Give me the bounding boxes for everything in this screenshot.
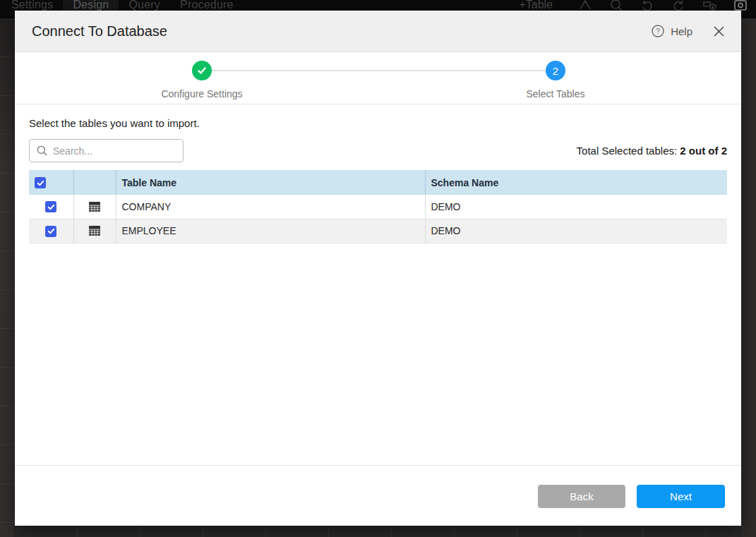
table-grid-icon (88, 224, 101, 237)
table-row: EMPLOYEE DEMO (29, 219, 727, 243)
schema-name-cell: DEMO (425, 195, 727, 219)
column-header-table-name: Table Name (116, 170, 425, 195)
dialog-title: Connect To Database (32, 23, 167, 40)
column-header-schema-name: Schema Name (425, 170, 727, 195)
select-all-checkbox[interactable] (35, 177, 46, 188)
row-checkbox[interactable] (45, 201, 56, 212)
app-backdrop-left (0, 18, 15, 537)
svg-text:?: ? (656, 28, 660, 35)
search-icon (37, 145, 47, 156)
step-complete-icon (192, 61, 212, 80)
step-label: Select Tables (478, 88, 633, 99)
dialog-header: Connect To Database ? Help (15, 11, 741, 52)
close-icon (714, 26, 724, 37)
next-button[interactable]: Next (637, 485, 725, 508)
schema-name-cell: DEMO (425, 219, 727, 243)
app-backdrop-right (741, 18, 756, 537)
help-icon: ? (652, 25, 664, 37)
step-configure-settings[interactable]: Configure Settings (124, 61, 280, 99)
table-grid-icon (88, 200, 101, 213)
close-button[interactable] (714, 26, 724, 37)
table-name-cell: EMPLOYEE (116, 219, 425, 243)
step-number-badge: 2 (546, 61, 565, 80)
help-label: Help (671, 25, 692, 37)
instruction-text: Select the tables you want to import. (29, 117, 727, 129)
add-table-button[interactable]: +Table (519, 0, 553, 11)
row-checkbox[interactable] (45, 226, 56, 237)
dialog-footer: Back Next (15, 465, 741, 526)
step-select-tables[interactable]: 2 Select Tables (478, 61, 633, 99)
selected-tables-summary: Total Selected tables: 2 out of 2 (577, 145, 727, 157)
search-input[interactable] (53, 145, 176, 157)
dialog-body: Select the tables you want to import. To… (15, 104, 741, 465)
table-name-cell: COMPANY (116, 195, 425, 219)
wizard-stepper: Configure Settings 2 Select Tables (15, 52, 741, 104)
help-button[interactable]: ? Help (652, 25, 692, 37)
connect-to-database-dialog: Connect To Database ? Help (15, 11, 741, 526)
summary-label: Total Selected tables: (577, 145, 680, 157)
back-button[interactable]: Back (538, 485, 625, 508)
step-label: Configure Settings (124, 88, 280, 99)
table-header-row: Table Name Schema Name (29, 170, 727, 195)
app-screen: Settings Design Query Procedure +Table (0, 0, 756, 537)
table-row: COMPANY DEMO (29, 195, 727, 219)
summary-value: 2 out of 2 (680, 145, 727, 157)
search-input-wrapper (29, 139, 184, 162)
app-backdrop-bottom (15, 526, 756, 537)
tables-list: Table Name Schema Name (29, 170, 727, 243)
